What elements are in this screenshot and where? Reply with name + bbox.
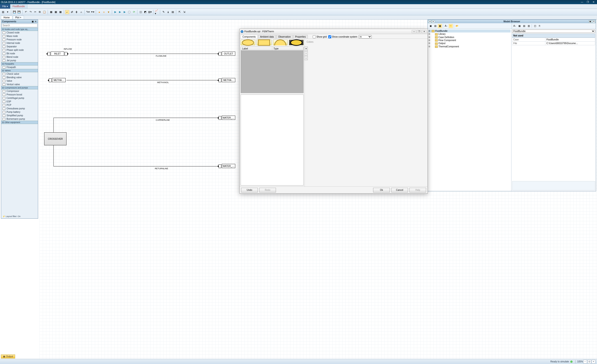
chart-icon[interactable]: 📈▾ (155, 10, 159, 14)
tool3-icon[interactable]: ▥▾ (148, 10, 152, 14)
copy-icon[interactable]: ⧉ (38, 10, 42, 14)
shape-ellipse[interactable] (241, 40, 255, 45)
section-header[interactable]: ⊟ Nodes and node type eq… (1, 28, 38, 31)
export-icon[interactable]: ⇱ (177, 10, 181, 14)
node-outlet-term[interactable] (219, 52, 221, 56)
tree-node[interactable]: Library (428, 32, 511, 36)
doc-icon[interactable]: ▤ (171, 10, 175, 14)
coord-unit-select[interactable]: m (359, 35, 372, 38)
node-water-bot[interactable]: WATER_… (222, 164, 235, 168)
minimize-button[interactable]: — (579, 1, 584, 3)
component-item[interactable]: Compressor (1, 89, 38, 93)
show-coord-checkbox[interactable]: Show coordinate system (328, 35, 357, 38)
dialog-tab-ambient[interactable]: Ambient data (258, 35, 276, 38)
redo-icon[interactable]: ↷ (28, 10, 32, 14)
redo-button[interactable]: Redo (259, 188, 276, 192)
document-tab[interactable]: FluidBundle (10, 4, 27, 8)
mb-tb-r1[interactable]: A↓ (513, 24, 517, 28)
hier-icon[interactable]: ஃ (79, 10, 83, 14)
cancel-button[interactable]: Cancel (391, 188, 408, 192)
component-item[interactable]: Jet pump (1, 59, 38, 62)
circle-orange-icon[interactable]: ● (97, 10, 101, 14)
save-icon[interactable]: 💾 (12, 10, 16, 14)
close-button[interactable]: ✕ (591, 1, 596, 3)
bars-icon[interactable]: ≡ (102, 10, 106, 14)
component-item[interactable]: Pressure node (1, 38, 38, 41)
node-water-b-term[interactable] (219, 164, 221, 168)
grid2-icon[interactable]: ▦ (54, 10, 58, 14)
paste-icon[interactable]: 📋 (42, 10, 47, 14)
mb-tb-3[interactable]: ▦ (438, 24, 442, 28)
tree-node[interactable]: Case Definition (428, 36, 511, 39)
pen-icon[interactable]: ✒▾ (90, 10, 95, 14)
component-item[interactable]: Mass node (1, 34, 38, 38)
section-header[interactable]: ⊟ Compressors and pumps (1, 86, 38, 89)
import-icon[interactable]: ⇲ (182, 10, 186, 14)
maximize-button[interactable]: ❐ (585, 1, 590, 3)
node-inlet-term-r[interactable] (65, 52, 67, 56)
tool2-icon[interactable]: ◩ (143, 10, 147, 14)
tree-node[interactable]: ThermalComponent (428, 45, 511, 48)
component-item[interactable]: Blend node (1, 55, 38, 59)
shape-ellipse-dark[interactable] (289, 40, 304, 45)
dialog-min-icon[interactable]: — (412, 30, 416, 33)
grid3-icon[interactable]: ▦ (58, 10, 63, 14)
mb-tb-r4[interactable]: ▥ (526, 24, 531, 28)
section-header[interactable]: ⊟ Flowpaths (1, 62, 38, 65)
component-item[interactable]: Check valve (1, 72, 38, 76)
grid1-icon[interactable]: ▦ (49, 10, 53, 14)
row-up-icon[interactable]: ↑ (304, 51, 308, 55)
line-carrier[interactable] (54, 118, 219, 118)
row-delete-icon[interactable]: ✕ (304, 47, 308, 51)
mb-tb-folder[interactable]: 📁 (449, 24, 453, 28)
mb-tb-2[interactable]: ▤ (433, 24, 437, 28)
show-grid-checkbox[interactable]: Show grid (313, 35, 327, 38)
node-outlet[interactable]: OUTLET (222, 52, 235, 56)
tree-icon[interactable]: ᚖ (74, 10, 79, 14)
ok-button[interactable]: Ok (373, 188, 390, 192)
component-item[interactable]: Venturi valve (1, 83, 38, 86)
stop-icon[interactable]: ◯ (127, 10, 131, 14)
panel-close-icon[interactable]: ✕ (34, 20, 37, 23)
reload-icon[interactable]: ⟳ (132, 10, 136, 14)
component-item[interactable]: Internal node (1, 41, 38, 45)
component-item[interactable]: Bornemann pump (1, 117, 38, 121)
mb-pin-icon[interactable]: ▣ (589, 20, 592, 23)
component-item[interactable]: Closed node (1, 31, 38, 34)
play-icon[interactable]: ▶ (113, 10, 118, 14)
node-inlet[interactable]: INLET (51, 52, 64, 56)
node-water-top[interactable]: WATER_… (222, 116, 235, 120)
section-header[interactable]: ⊟ Other equipment (1, 121, 38, 124)
col-type[interactable]: Type (272, 47, 304, 50)
layout-icon[interactable]: ⇄ (70, 10, 74, 14)
dialog-max-icon[interactable]: ❐ (417, 30, 422, 33)
component-item[interactable]: Pressure boost (1, 93, 38, 96)
mb-tb-r6[interactable]: ⎘ (537, 24, 542, 28)
zoom-in-button[interactable]: + (592, 360, 595, 364)
zoom-out-button[interactable]: − (583, 360, 587, 364)
open-icon[interactable]: ▾ (6, 10, 10, 14)
output-tab[interactable]: ▣ Output (1, 355, 15, 358)
node-metha-r[interactable]: METHA… (222, 78, 235, 82)
component-item[interactable]: Blending valve (1, 76, 38, 79)
node-metha-r-term[interactable] (219, 78, 221, 82)
node-crossover[interactable]: CROSSOVER (44, 132, 66, 145)
model-tree[interactable]: FluidBundleLibraryCase DefinitionFlow Co… (428, 29, 511, 191)
dialog-tab-observation[interactable]: Observation (276, 35, 293, 38)
saveall-icon[interactable]: 💾 (17, 10, 21, 14)
component-item[interactable]: Simplified pump (1, 114, 38, 117)
component-item[interactable]: Flowpath (1, 65, 38, 69)
col-label[interactable]: Label (241, 47, 272, 50)
undo-button[interactable]: Undo (241, 188, 258, 192)
mb-tb-1[interactable]: ▣ (428, 24, 433, 28)
line-methanol[interactable] (66, 80, 219, 80)
prop-row[interactable]: FileC:\Users\00010795\Docume… (512, 42, 595, 45)
dialog-tab-properties[interactable]: Properties (293, 35, 308, 38)
node-metha-l[interactable]: METHA… (52, 78, 66, 82)
tree-node[interactable]: Output (428, 42, 511, 45)
tool1-icon[interactable]: ◫ (139, 10, 143, 14)
table-rows[interactable] (241, 51, 303, 93)
mb-tb-r2[interactable]: ▦ (517, 24, 521, 28)
node-metha-l-term[interactable] (49, 78, 52, 82)
pencil-icon[interactable]: ✎ (161, 10, 165, 14)
